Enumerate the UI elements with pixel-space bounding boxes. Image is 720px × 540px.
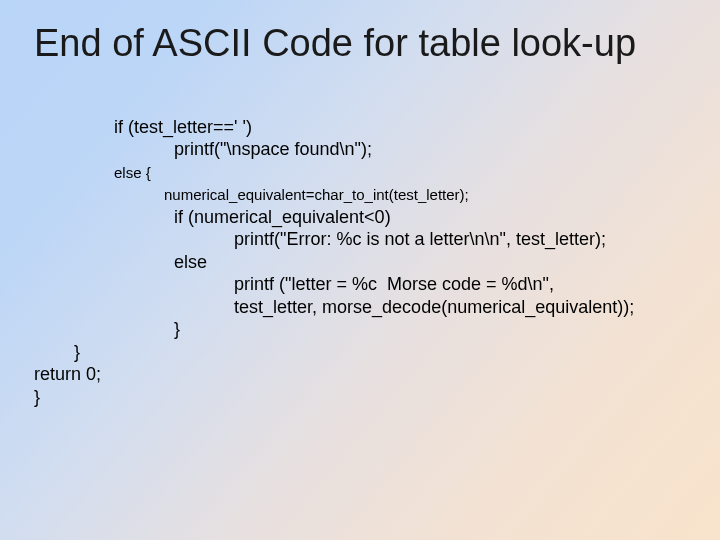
code-line: printf("\nspace found\n"); <box>114 139 372 159</box>
code-line: printf ("letter = %c Morse code = %d\n", <box>114 274 554 294</box>
code-line: } <box>114 319 180 339</box>
code-line: } <box>74 341 80 364</box>
code-line: test_letter, morse_decode(numerical_equi… <box>114 297 634 317</box>
code-line: return 0; <box>34 363 101 386</box>
slide: End of ASCII Code for table look-up if (… <box>0 0 720 540</box>
code-line: numerical_equivalent=char_to_int(test_le… <box>114 186 469 203</box>
slide-title: End of ASCII Code for table look-up <box>34 22 686 65</box>
code-line: else <box>114 252 207 272</box>
code-line: } <box>34 386 40 409</box>
code-line: if (numerical_equivalent<0) <box>114 207 391 227</box>
code-line: printf("Error: %c is not a letter\n\n", … <box>114 229 606 249</box>
code-line: else { <box>114 164 151 181</box>
code-line: if (test_letter==' ') <box>114 117 252 137</box>
code-block: if (test_letter==' ') printf("\nspace fo… <box>34 93 686 431</box>
